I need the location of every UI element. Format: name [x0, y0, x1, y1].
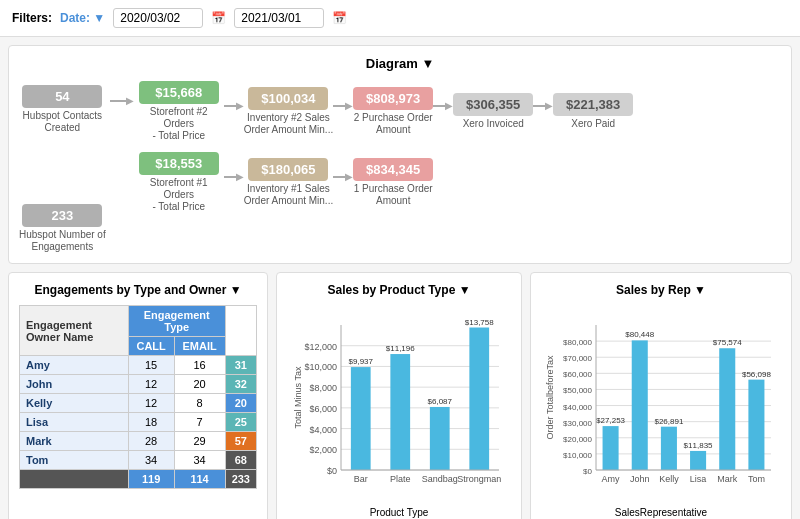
calendar-icon-from[interactable]: 📅 — [211, 11, 226, 25]
eng-row-email: 20 — [174, 375, 225, 394]
filters-label: Filters: — [12, 11, 52, 25]
sales-product-panel: Sales by Product Type ▼ $0$2,000$4,000$6… — [276, 272, 522, 519]
eng-row-call: 12 — [128, 394, 174, 413]
svg-text:Lisa: Lisa — [690, 474, 707, 484]
col-owner-header: Engagement Owner Name — [20, 306, 129, 356]
node-storefront1: $18,553 Storefront #1 Orders- Total Pric… — [134, 152, 224, 213]
svg-rect-47 — [603, 426, 619, 470]
svg-text:$30,000: $30,000 — [563, 419, 592, 428]
node-purchase2: $808,973 2 Purchase OrderAmount — [353, 87, 433, 136]
calendar-icon-to[interactable]: 📅 — [332, 11, 347, 25]
svg-text:$75,574: $75,574 — [713, 338, 742, 347]
eng-row-email: 34 — [174, 451, 225, 470]
svg-text:$0: $0 — [327, 466, 337, 476]
eng-row-total: 31 — [225, 356, 256, 375]
eng-row-total: 68 — [225, 451, 256, 470]
eng-row-name: John — [20, 375, 129, 394]
eng-row-call: 15 — [128, 356, 174, 375]
eng-row-name: Kelly — [20, 394, 129, 413]
node-xero-invoiced: $306,355 Xero Invoiced — [453, 93, 533, 130]
svg-rect-50 — [632, 340, 648, 470]
svg-text:$4,000: $4,000 — [309, 425, 337, 435]
svg-text:John: John — [630, 474, 650, 484]
eng-row-name: Tom — [20, 451, 129, 470]
date-filter-label[interactable]: Date: ▼ — [60, 11, 105, 25]
eng-row-call: 34 — [128, 451, 174, 470]
svg-text:$26,891: $26,891 — [654, 417, 683, 426]
eng-row-total: 32 — [225, 375, 256, 394]
svg-text:Mark: Mark — [717, 474, 737, 484]
svg-text:$56,098: $56,098 — [742, 370, 771, 379]
svg-rect-17 — [390, 354, 410, 470]
svg-rect-59 — [719, 348, 735, 470]
svg-rect-56 — [690, 451, 706, 470]
eng-row-email: 16 — [174, 356, 225, 375]
rep-x-label: SalesRepresentative — [541, 507, 781, 518]
svg-text:$70,000: $70,000 — [563, 354, 592, 363]
svg-text:$6,000: $6,000 — [309, 404, 337, 414]
svg-text:$13,758: $13,758 — [465, 318, 494, 327]
svg-text:Sandbag: Sandbag — [422, 474, 458, 484]
eng-row-total: 20 — [225, 394, 256, 413]
svg-text:Kelly: Kelly — [659, 474, 679, 484]
svg-text:$40,000: $40,000 — [563, 403, 592, 412]
node-hubspot-engagements: 233 Hubspot Number ofEngagements — [19, 204, 106, 253]
date-to-input[interactable] — [234, 8, 324, 28]
engagements-panel: Engagements by Type and Owner ▼ Engageme… — [8, 272, 268, 519]
eng-row-email: 7 — [174, 413, 225, 432]
eng-row-email: 8 — [174, 394, 225, 413]
node-inventory1: $180,065 Inventory #1 SalesOrder Amount … — [244, 158, 333, 207]
svg-text:$0: $0 — [583, 467, 592, 476]
diagram-section: Diagram ▼ 54 Hubspot ContactsCreated 233… — [8, 45, 792, 264]
svg-text:$50,000: $50,000 — [563, 386, 592, 395]
svg-text:$10,000: $10,000 — [563, 451, 592, 460]
sales-rep-chart: $0$10,000$20,000$30,000$40,000$50,000$60… — [541, 305, 781, 518]
node-hubspot-contacts: 54 Hubspot ContactsCreated — [22, 85, 102, 134]
node-xero-paid: $221,383 Xero Paid — [553, 93, 633, 130]
svg-text:Amy: Amy — [602, 474, 621, 484]
svg-text:Strongman: Strongman — [457, 474, 501, 484]
node-storefront2: $15,668 Storefront #2 Orders- Total Pric… — [134, 81, 224, 142]
svg-text:$8,000: $8,000 — [309, 383, 337, 393]
svg-text:Order TotalbeforeTax: Order TotalbeforeTax — [545, 355, 555, 439]
sales-rep-title[interactable]: Sales by Rep ▼ — [541, 283, 781, 297]
svg-rect-62 — [748, 380, 764, 470]
filters-bar: Filters: Date: ▼ 📅 📅 — [0, 0, 800, 37]
node-inventory2: $100,034 Inventory #2 SalesOrder Amount … — [244, 87, 333, 136]
eng-row-name: Amy — [20, 356, 129, 375]
bottom-panels: Engagements by Type and Owner ▼ Engageme… — [8, 272, 792, 519]
svg-rect-23 — [469, 328, 489, 470]
date-from-input[interactable] — [113, 8, 203, 28]
svg-text:$80,448: $80,448 — [625, 330, 654, 339]
col-call-header: CALL — [128, 337, 174, 356]
product-x-label: Product Type — [287, 507, 511, 518]
sales-product-title[interactable]: Sales by Product Type ▼ — [287, 283, 511, 297]
svg-text:$80,000: $80,000 — [563, 338, 592, 347]
svg-text:$27,253: $27,253 — [596, 416, 625, 425]
svg-text:Plate: Plate — [390, 474, 411, 484]
svg-text:Bar: Bar — [354, 474, 368, 484]
svg-rect-53 — [661, 427, 677, 470]
eng-row-total: 57 — [225, 432, 256, 451]
engagements-table: Engagement Owner Name Engagement Type CA… — [19, 305, 257, 489]
engagements-title[interactable]: Engagements by Type and Owner ▼ — [19, 283, 257, 297]
eng-row-call: 28 — [128, 432, 174, 451]
col-type-header: Engagement Type — [128, 306, 225, 337]
eng-row-email: 29 — [174, 432, 225, 451]
sales-rep-panel: Sales by Rep ▼ $0$10,000$20,000$30,000$4… — [530, 272, 792, 519]
svg-text:$20,000: $20,000 — [563, 435, 592, 444]
svg-text:$6,087: $6,087 — [428, 397, 453, 406]
diagram-title[interactable]: Diagram ▼ — [19, 56, 781, 71]
col-email-header: EMAIL — [174, 337, 225, 356]
svg-text:$9,937: $9,937 — [349, 357, 374, 366]
node-purchase1: $834,345 1 Purchase OrderAmount — [353, 158, 433, 207]
sales-product-chart: $0$2,000$4,000$6,000$8,000$10,000$12,000… — [287, 305, 511, 518]
svg-text:$12,000: $12,000 — [304, 342, 337, 352]
svg-rect-14 — [351, 367, 371, 470]
eng-row-call: 18 — [128, 413, 174, 432]
svg-rect-20 — [430, 407, 450, 470]
svg-text:$11,196: $11,196 — [386, 344, 415, 353]
svg-text:$2,000: $2,000 — [309, 445, 337, 455]
svg-text:$60,000: $60,000 — [563, 370, 592, 379]
svg-text:Tom: Tom — [748, 474, 765, 484]
